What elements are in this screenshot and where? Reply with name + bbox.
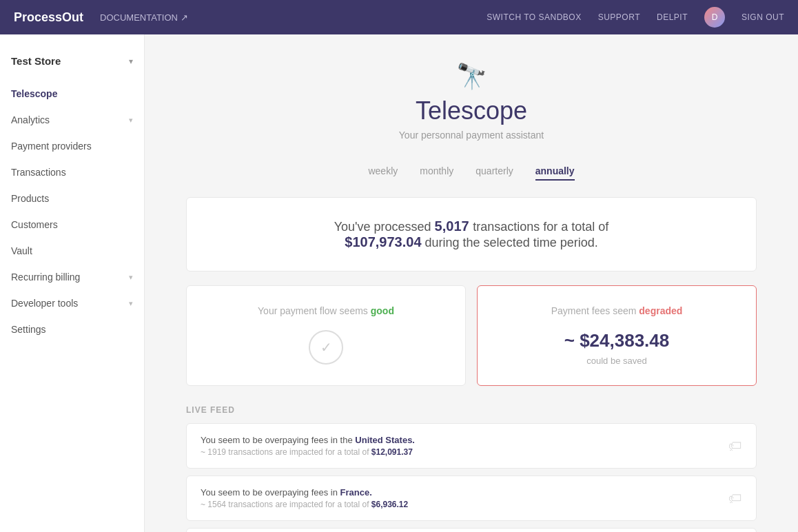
sidebar-label-recurring-billing: Recurring billing [11,272,80,283]
topnav: ProcessOut DOCUMENTATION ↗ SWITCH TO SAN… [0,0,798,34]
sidebar-item-transactions[interactable]: Transactions [0,159,144,185]
savings-label: could be saved [497,356,737,366]
sidebar-label-analytics: Analytics [11,114,50,125]
feed-item-us-content: You seem to be overpaying fees in the Un… [201,435,415,457]
feed-item-france[interactable]: You seem to be overpaying fees in France… [186,475,757,521]
stats-amount: $107,973.04 [345,234,421,249]
chevron-down-icon-billing: ▾ [129,273,133,282]
documentation-link[interactable]: DOCUMENTATION ↗ [100,12,188,23]
switch-sandbox-button[interactable]: SWITCH TO SANDBOX [487,12,581,22]
sidebar: Test Store ▾ Telescope Analytics ▾ Payme… [0,34,145,532]
live-feed-title: LIVE FEED [186,405,757,415]
chevron-down-icon: ▾ [129,116,133,125]
savings-amount: ~ $24,383.48 [497,330,737,351]
avatar[interactable]: D [704,7,725,28]
brand-logo[interactable]: ProcessOut [14,10,83,25]
feed-item-france-highlight: France. [340,487,372,498]
status-row: Your payment flow seems good ✓ Payment f… [186,285,757,386]
layout: Test Store ▾ Telescope Analytics ▾ Payme… [0,34,798,532]
sidebar-label-customers: Customers [11,219,58,230]
sidebar-item-recurring-billing[interactable]: Recurring billing ▾ [0,264,144,290]
sidebar-label-products: Products [11,193,49,204]
stats-transaction-count: 5,017 [435,218,473,234]
feed-item-global[interactable]: Global authorization rates are lower tha… [186,528,757,532]
feed-item-france-amount: $6,936.12 [371,500,408,509]
telescope-subtitle: Your personnal payment assistant [186,130,757,141]
telescope-header: 🔭 Telescope Your personnal payment assis… [186,62,757,141]
status-card-good: Your payment flow seems good ✓ [186,285,466,386]
feed-item-us-amount: $12,091.37 [371,447,413,457]
stats-middle: transactions for a total of [473,220,608,234]
status-card-degraded: Payment fees seem degraded ~ $24,383.48 … [477,285,757,386]
period-tabs: weekly monthly quarterly annually [186,163,757,181]
tab-weekly[interactable]: weekly [368,163,398,181]
tab-annually[interactable]: annually [535,163,575,181]
sidebar-label-transactions: Transactions [11,167,66,178]
sidebar-item-settings[interactable]: Settings [0,316,144,342]
sidebar-item-telescope[interactable]: Telescope [0,81,144,107]
sidebar-label-developer-tools: Developer tools [11,298,78,309]
sidebar-label-settings: Settings [11,324,46,335]
stats-text: You've processed 5,017 transactions for … [207,218,735,250]
feed-item-us-text: You seem to be overpaying fees in the Un… [201,435,415,445]
sidebar-label-telescope: Telescope [11,88,57,99]
sidebar-item-payment-providers[interactable]: Payment providers [0,133,144,159]
sidebar-item-analytics[interactable]: Analytics ▾ [0,107,144,133]
sign-out-button[interactable]: SIGN OUT [741,12,784,22]
feed-item-us-highlight: United States. [355,435,415,445]
tab-monthly[interactable]: monthly [420,163,453,181]
chevron-down-icon-dev: ▾ [129,299,133,308]
feed-item-us[interactable]: You seem to be overpaying fees in the Un… [186,423,757,469]
check-icon: ✓ [309,330,343,365]
live-feed-section: LIVE FEED You seem to be overpaying fees… [186,405,757,532]
feed-item-france-content: You seem to be overpaying fees in France… [201,487,408,509]
feed-item-us-sub: ~ 1919 transactions are impacted for a t… [201,447,415,457]
sidebar-label-vault: Vault [11,245,32,256]
sidebar-item-products[interactable]: Products [0,185,144,212]
main-content: 🔭 Telescope Your personnal payment assis… [145,34,798,532]
store-header[interactable]: Test Store ▾ [0,48,144,81]
sidebar-item-developer-tools[interactable]: Developer tools ▾ [0,290,144,316]
support-link[interactable]: SUPPORT [598,12,640,22]
stats-prefix: You've processed [334,220,431,234]
store-name: Test Store [11,55,61,67]
tag-icon-france: 🏷 [728,491,742,507]
sidebar-item-customers[interactable]: Customers [0,212,144,238]
status-label-good: Your payment flow seems good [206,305,446,316]
feed-item-france-text: You seem to be overpaying fees in France… [201,487,408,498]
telescope-icon: 🔭 [186,62,757,91]
status-label-degraded: Payment fees seem degraded [497,305,737,316]
stats-suffix: during the selected time period. [425,236,598,249]
feed-item-france-sub: ~ 1564 transactions are impacted for a t… [201,500,408,509]
store-chevron-icon: ▾ [129,57,133,66]
telescope-title: Telescope [416,96,527,125]
sidebar-item-vault[interactable]: Vault [0,238,144,264]
tab-quarterly[interactable]: quarterly [475,163,513,181]
topnav-right: SWITCH TO SANDBOX SUPPORT DELPIT D SIGN … [487,7,784,28]
delpit-link[interactable]: DELPIT [657,12,688,22]
tag-icon-us: 🏷 [728,438,742,454]
stats-card: You've processed 5,017 transactions for … [186,197,757,272]
sidebar-label-payment-providers: Payment providers [11,141,92,152]
